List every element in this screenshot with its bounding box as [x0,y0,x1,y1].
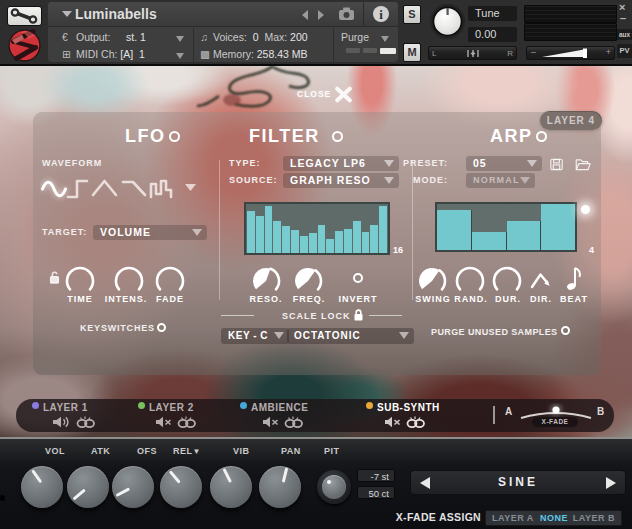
svg-text:i: i [379,7,383,22]
